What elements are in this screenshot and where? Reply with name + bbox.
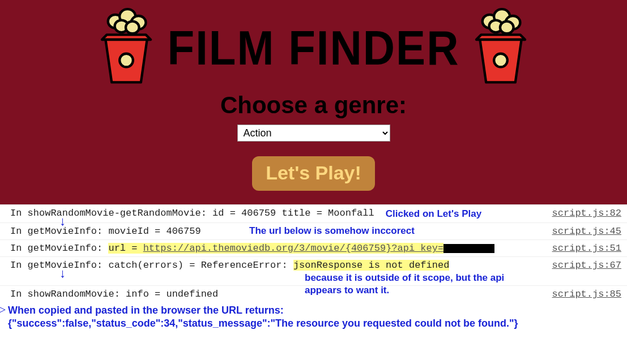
devtools-console: In showRandomMovie-getRandomMovie: id = …: [0, 204, 627, 337]
console-log-row: In getMovieInfo: catch(errors) = Referen…: [0, 257, 627, 286]
annotation: When copied and pasted in the browser th…: [2, 304, 621, 317]
genre-select-wrap: Action: [0, 125, 627, 142]
popcorn-icon: [95, 8, 157, 87]
console-log-row: In getMovieInfo: movieId = 406759 The ur…: [0, 223, 627, 240]
redacted-api-key: [443, 244, 494, 253]
app-title: FILM FINDER: [168, 19, 460, 76]
console-log-row: In showRandomMovie: info = undefined scr…: [0, 286, 627, 303]
popcorn-icon: [470, 8, 532, 87]
svg-point-10: [500, 22, 514, 34]
console-log-row: In showRandomMovie-getRandomMovie: id = …: [0, 205, 627, 223]
console-message: In showRandomMovie: info = undefined: [10, 289, 218, 299]
annotation: Clicked on Let's Play: [386, 208, 552, 220]
svg-point-11: [494, 54, 508, 67]
source-link[interactable]: script.js:85: [552, 289, 621, 299]
api-url-link[interactable]: https://api.themoviedb.org/3/movie/{4067…: [143, 243, 444, 254]
highlighted-text: url = https://api.themoviedb.org/3/movie…: [108, 243, 443, 254]
genre-prompt: Choose a genre:: [0, 92, 627, 119]
highlighted-text: jsonResponse is not defined: [293, 260, 449, 271]
source-link[interactable]: script.js:51: [552, 243, 621, 254]
console-message: In showRandomMovie-getRandomMovie: id = …: [10, 208, 374, 219]
console-message: In getMovieInfo: url = https://api.themo…: [10, 243, 494, 254]
source-link[interactable]: script.js:82: [552, 208, 621, 219]
console-message: In getMovieInfo: catch(errors) = Referen…: [10, 260, 449, 271]
pointer-icon: ▷: [0, 303, 6, 315]
console-log-row: In getMovieInfo: url = https://api.themo…: [0, 240, 627, 257]
console-message: In getMovieInfo: movieId = 406759: [10, 226, 201, 237]
source-link[interactable]: script.js:67: [552, 260, 621, 271]
title-row: FILM FINDER: [0, 6, 627, 87]
play-button[interactable]: Let's Play!: [252, 156, 375, 191]
annotation: {"success":false,"status_code":34,"statu…: [2, 317, 621, 330]
footer-annotations: ▷ When copied and pasted in the browser …: [0, 303, 627, 333]
source-link[interactable]: script.js:45: [552, 226, 621, 237]
hero-banner: FILM FINDER Choose a genre: Action Let: [0, 0, 627, 204]
genre-select[interactable]: Action: [237, 125, 390, 142]
svg-point-4: [125, 22, 139, 34]
annotation: The url below is somehow inccorect: [249, 225, 415, 237]
svg-point-5: [120, 54, 133, 67]
